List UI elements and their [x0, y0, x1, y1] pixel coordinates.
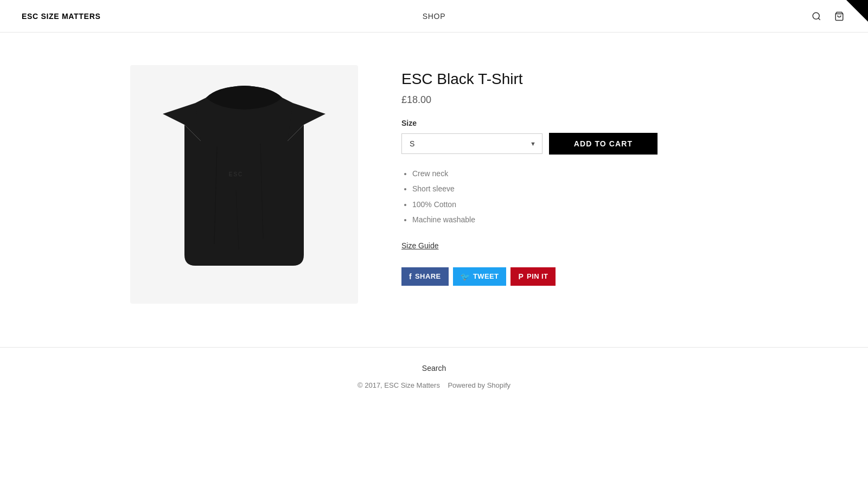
size-select-wrapper: S M L XL XXL ▼	[401, 133, 542, 154]
product-price: £18.00	[401, 94, 738, 106]
search-icon	[812, 11, 821, 21]
header-icons	[809, 9, 846, 23]
product-image-container: ESC	[130, 65, 358, 304]
search-button[interactable]	[809, 9, 824, 23]
feature-cotton: 100% Cotton	[412, 198, 738, 210]
feature-crew-neck: Crew neck	[412, 168, 738, 179]
product-title: ESC Black T-Shirt	[401, 70, 738, 88]
pinterest-icon: P	[518, 272, 524, 281]
cart-icon	[834, 11, 844, 21]
svg-line-1	[818, 18, 820, 20]
facebook-icon: f	[409, 272, 412, 281]
product-image: ESC	[152, 81, 336, 287]
size-row: S M L XL XXL ▼ ADD TO CART	[401, 133, 738, 155]
twitter-tweet-label: TWEET	[473, 272, 499, 280]
site-logo[interactable]: ESC SIZE MATTERS	[22, 12, 101, 21]
footer-links: Search	[22, 364, 846, 373]
copyright-text: © 2017, ESC Size Matters	[358, 381, 440, 389]
facebook-share-button[interactable]: f SHARE	[401, 267, 449, 286]
svg-point-0	[813, 12, 819, 19]
powered-by-link[interactable]: Powered by Shopify	[448, 381, 510, 389]
product-features: Crew neck Short sleeve 100% Cotton Machi…	[401, 168, 738, 226]
pinterest-pin-label: PIN IT	[527, 272, 548, 280]
site-header: ESC SIZE MATTERS SHOP	[0, 0, 868, 33]
main-nav: SHOP	[423, 12, 445, 21]
product-page: ESC ESC Black T-Shirt £18.00 Size S M L …	[108, 65, 760, 304]
svg-text:ESC: ESC	[229, 171, 244, 177]
facebook-share-label: SHARE	[415, 272, 441, 280]
product-details: ESC Black T-Shirt £18.00 Size S M L XL X…	[401, 65, 738, 286]
size-label: Size	[401, 119, 738, 127]
social-share-buttons: f SHARE 🐦 TWEET P PIN IT	[401, 267, 738, 286]
cart-button[interactable]	[832, 9, 846, 23]
feature-short-sleeve: Short sleeve	[412, 183, 738, 195]
footer-copyright: © 2017, ESC Size Matters Powered by Shop…	[22, 381, 846, 389]
twitter-share-button[interactable]: 🐦 TWEET	[453, 267, 507, 286]
add-to-cart-button[interactable]: ADD TO CART	[549, 133, 658, 155]
site-footer: Search © 2017, ESC Size Matters Powered …	[0, 347, 868, 406]
pinterest-share-button[interactable]: P PIN IT	[510, 267, 556, 286]
size-select[interactable]: S M L XL XXL	[401, 133, 542, 154]
footer-search-link[interactable]: Search	[422, 364, 446, 373]
size-guide-link[interactable]: Size Guide	[401, 241, 438, 250]
feature-washable: Machine washable	[412, 214, 738, 226]
twitter-icon: 🐦	[461, 272, 470, 281]
nav-shop[interactable]: SHOP	[423, 12, 445, 21]
